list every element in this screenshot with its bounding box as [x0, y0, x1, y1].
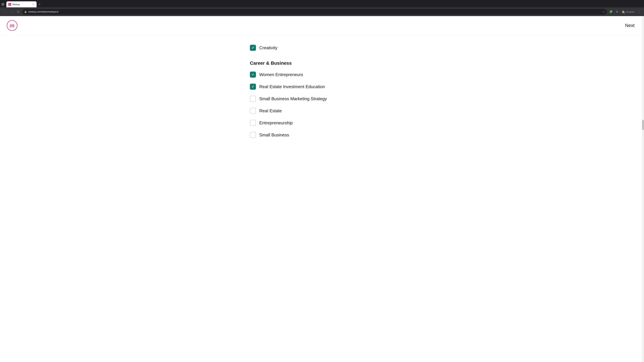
new-tab-button[interactable]: +: [37, 2, 42, 7]
incognito-icon: 🕵: [622, 10, 625, 13]
topic-label-career-5: Small Business: [259, 132, 289, 138]
topic-item-career-5[interactable]: Small Business: [250, 129, 394, 141]
main-content: ✓ Creativity Career & Business ✓Women En…: [246, 35, 398, 148]
scrollbar[interactable]: [642, 16, 644, 362]
tab-controls: [1, 3, 4, 6]
scrollbar-thumb[interactable]: [642, 120, 644, 130]
topic-item-career-4[interactable]: Entrepreneurship: [250, 117, 394, 129]
career-items-list: ✓Women Entrepreneurs✓Real Estate Investm…: [250, 68, 394, 141]
checkbox-career-4[interactable]: [250, 120, 256, 126]
checkbox-career-2[interactable]: [250, 96, 256, 102]
tab-bar: m Meetup × +: [0, 0, 644, 7]
browser-menu-button[interactable]: ⋮: [636, 9, 642, 14]
topic-item-career-0[interactable]: ✓Women Entrepreneurs: [250, 68, 394, 81]
extensions-button[interactable]: 🧩: [608, 9, 614, 14]
topic-label-career-3: Real Estate: [259, 108, 282, 113]
checkbox-career-1[interactable]: ✓: [250, 84, 256, 90]
topic-label-career-4: Entrepreneurship: [259, 120, 293, 125]
lock-icon: 🔒: [24, 10, 27, 13]
topic-item-career-2[interactable]: Small Business Marketing Strategy: [250, 93, 394, 105]
topic-label-creativity: Creativity: [259, 45, 278, 50]
topic-label-career-0: Women Entrepreneurs: [259, 72, 303, 77]
incognito-text: Incognito: [626, 10, 634, 13]
toolbar-right: 🧩 ⧉ 🕵 Incognito ⋮: [608, 9, 642, 14]
back-button[interactable]: ←: [2, 9, 8, 14]
incognito-badge[interactable]: 🕵 Incognito: [620, 9, 636, 14]
topic-label-career-1: Real Estate Investment Education: [259, 84, 325, 89]
topic-item-career-3[interactable]: Real Estate: [250, 105, 394, 117]
checkbox-creativity[interactable]: ✓: [250, 45, 256, 51]
split-button[interactable]: ⧉: [614, 9, 620, 14]
browser-toolbar: ← → ↻ 🔒 meetup.com/welcome/topics/ ☆ 🧩 ⧉…: [0, 7, 644, 16]
checkbox-career-0[interactable]: ✓: [250, 71, 256, 78]
browser-chrome: m Meetup × + ← → ↻ 🔒 meetup.com/welcome/…: [0, 0, 644, 16]
tab-title: Meetup: [12, 3, 30, 6]
tab-favicon: m: [8, 3, 11, 6]
page-content: m Next ✓ Creativity Career & Business ✓W…: [0, 16, 644, 362]
checkbox-career-3[interactable]: [250, 108, 256, 114]
check-icon: ✓: [252, 73, 254, 76]
check-icon: ✓: [252, 85, 254, 88]
page-header: m Next: [0, 16, 644, 35]
tab-control-btn[interactable]: [1, 3, 4, 6]
url-text: meetup.com/welcome/topics/: [28, 10, 601, 13]
checkbox-career-5[interactable]: [250, 132, 256, 138]
bookmark-icon[interactable]: ☆: [602, 10, 605, 13]
next-button[interactable]: Next: [622, 21, 637, 29]
topic-item-career-1[interactable]: ✓Real Estate Investment Education: [250, 81, 394, 93]
topic-item-creativity[interactable]: ✓ Creativity: [250, 42, 394, 54]
tab-close-button[interactable]: ×: [32, 3, 34, 6]
reload-button[interactable]: ↻: [16, 9, 21, 14]
topic-label-career-2: Small Business Marketing Strategy: [259, 96, 327, 101]
logo-letter: m: [10, 22, 14, 29]
address-bar[interactable]: 🔒 meetup.com/welcome/topics/ ☆: [22, 9, 607, 14]
logo-container: m: [7, 20, 18, 31]
svg-point-0: [2, 4, 4, 5]
check-icon: ✓: [252, 46, 254, 49]
forward-button[interactable]: →: [9, 9, 14, 14]
meetup-logo: m: [7, 20, 18, 31]
section-header-career: Career & Business: [250, 54, 394, 68]
active-tab[interactable]: m Meetup ×: [6, 1, 36, 7]
